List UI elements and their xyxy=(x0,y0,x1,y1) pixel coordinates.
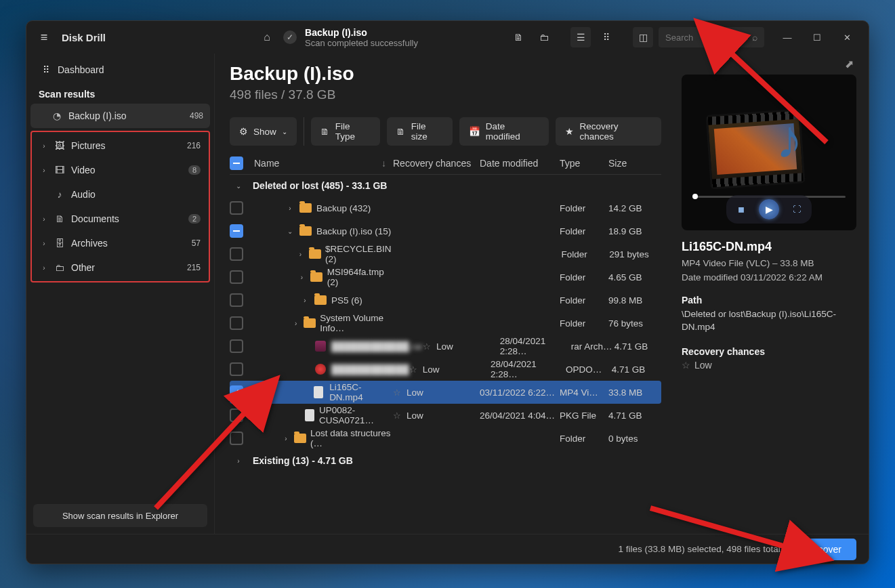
dashboard-icon: ⠿ xyxy=(43,64,49,75)
column-headers: Name↓ Recovery chances Date modified Typ… xyxy=(230,152,661,175)
col-type[interactable]: Type xyxy=(560,158,608,169)
row-checkbox[interactable] xyxy=(230,224,243,238)
document-icon: 🗎 xyxy=(54,213,66,224)
recover-button[interactable]: Recover xyxy=(791,539,856,560)
picture-icon: 🖼 xyxy=(54,140,66,151)
file-row[interactable]: ✓ Li165C-DN.mp4 ☆Low 03/11/2022 6:22… MP… xyxy=(230,381,661,404)
search-input[interactable] xyxy=(665,33,747,43)
minimize-button[interactable]: — xyxy=(774,27,801,47)
folder-icon xyxy=(314,294,327,306)
folder-icon xyxy=(294,432,306,444)
preview-meta2: Date modified 03/11/2022 6:22 AM xyxy=(682,272,856,282)
row-checkbox[interactable] xyxy=(230,247,243,261)
file-name: Li165C-DN.mp4 xyxy=(329,382,393,402)
mp4-icon xyxy=(312,386,325,398)
row-checkbox[interactable] xyxy=(230,293,243,307)
folder-icon xyxy=(309,248,321,260)
row-checkbox[interactable] xyxy=(230,408,243,422)
file-row[interactable]: UP0082-CUSA0721… ☆Low 26/04/2021 4:04… P… xyxy=(230,404,661,427)
file-row[interactable]: › Lost data structures (… Folder 0 bytes xyxy=(230,427,661,450)
file-name: Backup (432) xyxy=(316,203,371,213)
play-icon[interactable]: ▶ xyxy=(759,199,779,219)
fullscreen-icon[interactable]: ⛶ xyxy=(791,204,802,215)
video-icon: 🎞 xyxy=(54,165,66,175)
col-name[interactable]: Name xyxy=(254,158,279,169)
row-checkbox[interactable] xyxy=(230,201,243,215)
preview-recovery-header: Recovery chances xyxy=(682,346,856,357)
filetype-filter[interactable]: 🗎File Type xyxy=(311,117,380,146)
row-checkbox[interactable] xyxy=(230,432,243,445)
row-checkbox[interactable] xyxy=(230,270,243,284)
group-deleted[interactable]: ⌄ Deleted or lost (485) - 33.1 GB xyxy=(230,175,661,196)
grid-view-icon[interactable]: ⠿ xyxy=(596,27,617,47)
row-checkbox[interactable] xyxy=(230,316,243,330)
close-button[interactable]: ✕ xyxy=(833,27,860,47)
file-row[interactable]: › MSI964fa.tmp (2) Folder 4.65 GB xyxy=(230,266,661,289)
preview-path-value: \Deleted or lost\Backup (I).iso\Li165C-D… xyxy=(682,308,856,334)
sidebar-item-video[interactable]: ›🎞Video8 xyxy=(33,158,207,182)
other-icon: 🗀 xyxy=(54,262,66,273)
show-filter[interactable]: ⚙Show⌄ xyxy=(230,117,297,146)
file-row[interactable]: › PS5 (6) Folder 99.8 MB xyxy=(230,289,661,312)
expand-preview-icon[interactable]: ⬈ xyxy=(682,56,856,75)
folder-icon xyxy=(310,271,323,283)
sidebar-item-documents[interactable]: ›🗎Documents2 xyxy=(33,207,207,231)
disk-icon: ◔ xyxy=(51,110,63,121)
main-panel: Backup (I).iso 498 files / 37.8 GB ⚙Show… xyxy=(215,54,869,534)
select-all-checkbox[interactable] xyxy=(230,156,243,170)
app-window: ≡ Disk Drill ⌂ ✓ Backup (I).iso Scan com… xyxy=(26,20,869,564)
file-name: $RECYCLE.BIN (2) xyxy=(325,244,398,264)
file-row[interactable]: ████████████.rar ☆Low 28/04/2021 2:28… r… xyxy=(230,335,661,358)
row-checkbox[interactable]: ✓ xyxy=(230,385,243,399)
search-icon: ⌕ xyxy=(752,32,757,43)
recovery-filter[interactable]: ★Recovery chances xyxy=(556,117,661,146)
file-row[interactable]: › Backup (432) Folder 14.2 GB xyxy=(230,196,661,219)
filesize-filter[interactable]: 🗎File size xyxy=(387,117,453,146)
sidebar: ⠿ Dashboard Scan results ◔ Backup (I).is… xyxy=(26,54,215,534)
preview-recovery-value: ☆Low xyxy=(682,360,856,371)
scan-results-header: Scan results xyxy=(30,82,210,104)
file-name: System Volume Info… xyxy=(320,313,393,333)
folder-icon xyxy=(299,202,312,214)
file-name: MSI964fa.tmp (2) xyxy=(327,267,393,287)
file-icon[interactable]: 🗎 xyxy=(508,27,528,47)
preview-path-header: Path xyxy=(682,295,856,306)
dashboard-link[interactable]: ⠿ Dashboard xyxy=(30,58,210,82)
folder-icon[interactable]: 🗀 xyxy=(534,27,554,47)
preview-panel: ⬈ ♪ ◼ ▶ ⛶ Li165C-DN.mp4 xyxy=(682,54,856,471)
row-checkbox[interactable] xyxy=(230,339,243,353)
home-icon[interactable]: ⌂ xyxy=(259,31,275,43)
group-existing[interactable]: › Existing (13) - 4.71 GB xyxy=(230,450,661,471)
search-box[interactable]: ⌕ xyxy=(659,27,764,47)
show-in-explorer-button[interactable]: Show scan results in Explorer xyxy=(33,504,207,527)
file-name: Backup (I).iso (15) xyxy=(316,226,391,236)
file-name: Lost data structures (… xyxy=(310,428,393,448)
col-size[interactable]: Size xyxy=(608,158,661,169)
col-recovery[interactable]: Recovery chances xyxy=(393,158,480,169)
file-row[interactable]: › System Volume Info… Folder 76 bytes xyxy=(230,312,661,335)
hamburger-icon[interactable]: ≡ xyxy=(30,30,58,45)
page-title: Backup (I).iso xyxy=(230,63,661,85)
file-name: ████████████ xyxy=(331,364,409,375)
panel-icon[interactable]: ◫ xyxy=(633,27,653,47)
preview-meta1: MP4 Video File (VLC) – 33.8 MB xyxy=(682,258,856,268)
datemod-filter[interactable]: 📅Date modified xyxy=(459,117,549,146)
file-row[interactable]: ████████████ ☆Low 28/04/2021 2:28… OPDO…… xyxy=(230,358,661,381)
file-name: UP0082-CUSA0721… xyxy=(319,405,393,425)
stop-icon[interactable]: ◼ xyxy=(736,204,747,215)
file-row[interactable]: › $RECYCLE.BIN (2) Folder 291 bytes xyxy=(230,243,661,266)
row-checkbox[interactable] xyxy=(230,362,243,376)
sidebar-item-archives[interactable]: ›🗄Archives57 xyxy=(33,231,207,255)
file-list: ⌄ Deleted or lost (485) - 33.1 GB › Back… xyxy=(230,175,661,471)
list-view-icon[interactable]: ☰ xyxy=(570,27,591,47)
col-date[interactable]: Date modified xyxy=(480,158,560,169)
file-row[interactable]: ⌄ Backup (I).iso (15) Folder 18.9 GB xyxy=(230,219,661,243)
audio-icon: ♪ xyxy=(54,189,66,200)
selection-status: 1 files (33.8 MB) selected, 498 files to… xyxy=(618,544,780,554)
sidebar-item-pictures[interactable]: ›🖼Pictures216 xyxy=(33,133,207,158)
preview-thumbnail[interactable]: ♪ ◼ ▶ ⛶ xyxy=(682,75,856,230)
sidebar-root-item[interactable]: ◔ Backup (I).iso 498 xyxy=(30,104,210,128)
maximize-button[interactable]: ☐ xyxy=(804,27,831,47)
sidebar-item-other[interactable]: ›🗀Other215 xyxy=(33,255,207,280)
sidebar-item-audio[interactable]: ♪Audio xyxy=(33,182,207,207)
